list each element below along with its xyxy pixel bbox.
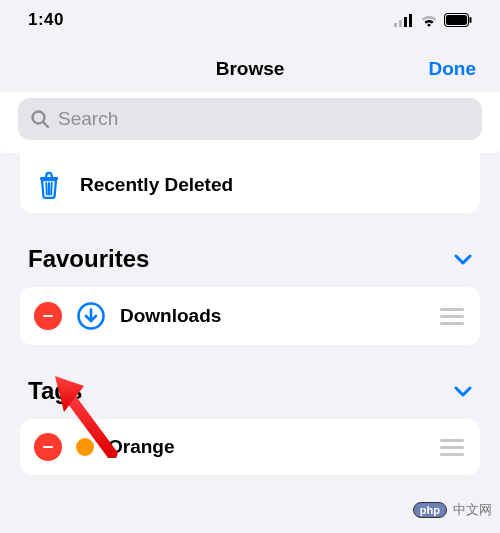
clock: 1:40 <box>28 10 64 30</box>
status-icons <box>394 13 472 27</box>
tag-item-orange[interactable]: Orange <box>20 419 480 475</box>
svg-rect-6 <box>446 15 467 25</box>
chevron-down-icon <box>454 253 472 265</box>
drag-handle-icon[interactable] <box>440 439 464 456</box>
status-bar: 1:40 <box>0 0 500 34</box>
favourite-item-downloads[interactable]: Downloads <box>20 287 480 345</box>
list-item-label: Recently Deleted <box>80 174 233 196</box>
watermark: php 中文网 <box>413 501 492 519</box>
list-item-label: Downloads <box>120 305 221 327</box>
remove-button[interactable] <box>34 302 62 330</box>
svg-rect-2 <box>404 17 407 27</box>
page-title: Browse <box>216 58 285 80</box>
svg-line-11 <box>46 183 47 195</box>
section-title: Tags <box>28 377 82 405</box>
section-header-favourites[interactable]: Favourites <box>14 213 486 287</box>
search-placeholder: Search <box>58 108 118 130</box>
svg-rect-0 <box>394 23 397 27</box>
section-title: Favourites <box>28 245 149 273</box>
wifi-icon <box>420 14 438 27</box>
trash-icon <box>36 171 62 199</box>
svg-rect-7 <box>470 17 472 23</box>
battery-icon <box>444 13 472 27</box>
sidebar-item-recently-deleted[interactable]: Recently Deleted <box>20 157 480 213</box>
search-input[interactable]: Search <box>18 98 482 140</box>
tag-color-icon <box>76 438 94 456</box>
drag-handle-icon[interactable] <box>440 308 464 325</box>
list-item-label: Orange <box>108 436 175 458</box>
search-icon <box>30 109 50 129</box>
svg-line-9 <box>43 122 48 127</box>
section-header-tags[interactable]: Tags <box>14 345 486 419</box>
downloads-icon <box>76 301 106 331</box>
watermark-pill: php <box>413 502 447 518</box>
cellular-icon <box>394 14 414 27</box>
remove-button[interactable] <box>34 433 62 461</box>
nav-bar: Browse Done <box>0 34 500 92</box>
watermark-text: 中文网 <box>453 501 492 519</box>
svg-rect-3 <box>409 14 412 27</box>
svg-point-4 <box>428 23 431 26</box>
svg-line-13 <box>51 183 52 195</box>
done-button[interactable]: Done <box>429 58 477 80</box>
chevron-down-icon <box>454 385 472 397</box>
svg-rect-1 <box>399 20 402 27</box>
